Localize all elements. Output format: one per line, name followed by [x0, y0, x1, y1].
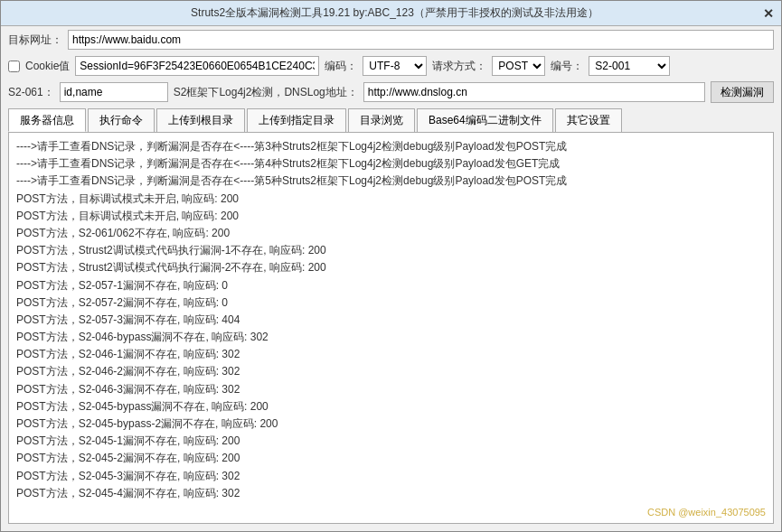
- log-line: POST方法，S2-045-3漏洞不存在, 响应码: 302: [16, 468, 766, 485]
- log-line: POST方法，S2-045-bypass-2漏洞不存在, 响应码: 200: [16, 415, 766, 433]
- log-line: POST方法，S2-045-2漏洞不存在, 响应码: 200: [16, 450, 766, 467]
- num-label: 编号：: [551, 59, 583, 74]
- cookie-row: Cookie值 编码： UTF-8 GBK GB2312 请求方式： POST …: [1, 53, 781, 79]
- log-line: POST方法，目标调试模式未开启, 响应码: 200: [16, 208, 766, 225]
- log-line: POST方法，S2-057-2漏洞不存在, 响应码: 0: [16, 294, 766, 312]
- detect-button[interactable]: 检测漏洞: [711, 81, 774, 103]
- tab-上传到指定目录[interactable]: 上传到指定目录: [247, 108, 346, 132]
- s2-row: S2-061： S2框架下Log4j2检测，DNSLog地址： 检测漏洞: [1, 79, 781, 106]
- tab-上传到根目录[interactable]: 上传到根目录: [156, 108, 245, 132]
- log-line: POST方法，Strust2调试模式代码执行漏洞-1不存在, 响应码: 200: [16, 242, 766, 259]
- log-line: POST方法，目标调试模式未开启, 响应码: 200: [16, 191, 766, 208]
- log-line: POST方法，S2-057-1漏洞不存在, 响应码: 0: [16, 277, 766, 294]
- cookie-checkbox[interactable]: [8, 61, 20, 72]
- close-button[interactable]: ✕: [763, 6, 774, 21]
- window-title: Struts2全版本漏洞检测工具19.21 by:ABC_123（严禁用于非授权…: [26, 5, 763, 21]
- watermark: CSDN @weixin_43075095: [647, 507, 766, 518]
- log-line: POST方法，S2-057-3漏洞不存在, 响应码: 404: [16, 312, 766, 329]
- tab-其它设置[interactable]: 其它设置: [555, 108, 622, 132]
- log-line: POST方法，S2-061/062不存在, 响应码: 200: [16, 225, 766, 242]
- tab-服务器信息[interactable]: 服务器信息: [8, 108, 86, 132]
- log-line: POST方法，S2-046-2漏洞不存在, 响应码: 302: [16, 363, 766, 380]
- prefix-label: S2-061：: [8, 85, 54, 100]
- encoding-label: 编码：: [325, 59, 357, 74]
- log-line: POST方法，S2-045-1漏洞不存在, 响应码: 200: [16, 433, 766, 450]
- log-content-area[interactable]: ---->请手工查看DNS记录，判断漏洞是否存在<----第3种Struts2框…: [8, 132, 774, 524]
- log-line: POST方法，S2-045-4漏洞不存在, 响应码: 302: [16, 485, 766, 502]
- log-line: POST方法，S2-046-1漏洞不存在, 响应码: 302: [16, 346, 766, 363]
- log-line: ---->请手工查看DNS记录，判断漏洞是否存在<----第5种Struts2框…: [16, 173, 766, 190]
- dns-frame-label: S2框架下Log4j2检测，DNSLog地址：: [174, 85, 358, 100]
- log-line: ---->请手工查看DNS记录，判断漏洞是否存在<----第3种Struts2框…: [16, 138, 766, 155]
- target-label: 目标网址：: [8, 33, 62, 48]
- session-input[interactable]: [75, 56, 319, 76]
- url-row: 目标网址：: [1, 26, 781, 53]
- tab-Base64编码二进制文件[interactable]: Base64编码二进制文件: [417, 108, 553, 132]
- dns-input[interactable]: [363, 82, 705, 102]
- tab-执行命令[interactable]: 执行命令: [88, 108, 155, 132]
- id-input[interactable]: [60, 82, 168, 102]
- target-url-input[interactable]: [68, 30, 774, 50]
- cookie-label: Cookie值: [25, 59, 70, 74]
- tab-目录浏览[interactable]: 目录浏览: [348, 108, 415, 132]
- log-line: ---->请手工查看DNS记录，判断漏洞是否存在<----第4种Struts2框…: [16, 155, 766, 173]
- encoding-select[interactable]: UTF-8 GBK GB2312: [363, 56, 427, 76]
- log-line: POST方法，S2-046-3漏洞不存在, 响应码: 302: [16, 381, 766, 398]
- log-line: POST方法，S2-046-bypass漏洞不存在, 响应码: 302: [16, 329, 766, 346]
- main-window: Struts2全版本漏洞检测工具19.21 by:ABC_123（严禁用于非授权…: [0, 0, 782, 532]
- log-line: POST方法，Strust2调试模式代码执行漏洞-2不存在, 响应码: 200: [16, 259, 766, 276]
- num-select[interactable]: S2-001 S2-002: [589, 56, 670, 76]
- title-bar: Struts2全版本漏洞检测工具19.21 by:ABC_123（严禁用于非授权…: [1, 1, 781, 26]
- method-label: 请求方式：: [432, 59, 486, 74]
- log-line: POST方法，S2-045-bypass漏洞不存在, 响应码: 200: [16, 398, 766, 415]
- tabs-bar: 服务器信息执行命令上传到根目录上传到指定目录目录浏览Base64编码二进制文件其…: [1, 106, 781, 132]
- method-select[interactable]: POST GET: [492, 56, 545, 76]
